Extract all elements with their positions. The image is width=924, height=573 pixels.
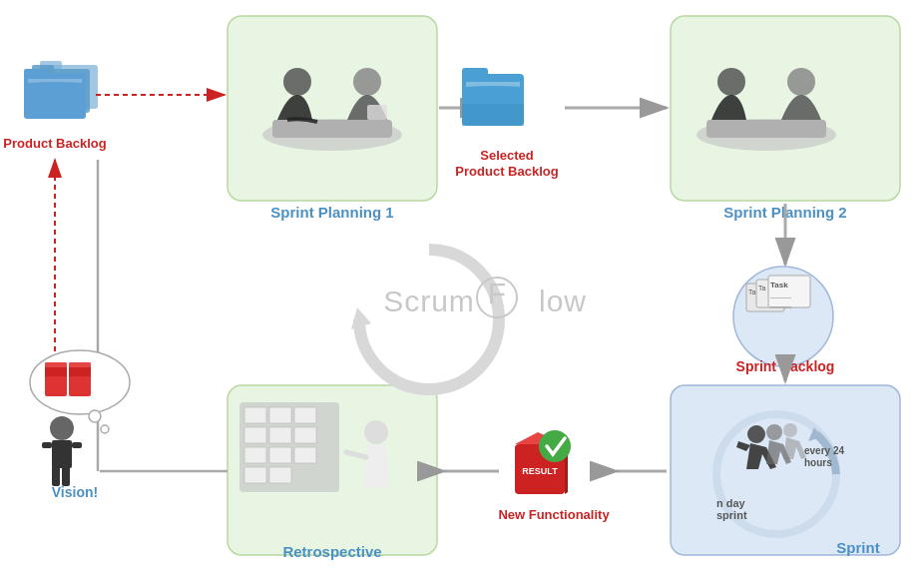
svg-rect-73: [72, 442, 82, 448]
svg-marker-74: [351, 307, 371, 329]
svg-rect-49: [244, 427, 266, 443]
svg-rect-17: [462, 104, 524, 126]
svg-text:———: ———: [770, 302, 791, 309]
product-backlog-icon: [24, 61, 98, 119]
retrospective-label: Retrospective: [282, 543, 381, 560]
svg-rect-56: [269, 467, 291, 483]
svg-point-34: [766, 424, 782, 440]
selected-backlog-label2: Product Backlog: [455, 164, 558, 179]
sprint-backlog-label: Sprint Backlog: [736, 358, 835, 374]
svg-rect-64: [45, 362, 67, 367]
svg-text:Task: Task: [770, 281, 788, 289]
scrumflow-text3: low: [539, 285, 587, 317]
vision-label: Vision!: [52, 484, 98, 500]
svg-rect-11: [272, 120, 392, 138]
scrumflow-text2: F: [488, 277, 506, 309]
svg-text:RESULT: RESULT: [522, 466, 558, 476]
svg-point-33: [747, 425, 765, 443]
svg-point-13: [353, 68, 381, 96]
sprint-planning-1-label: Sprint Planning 1: [270, 204, 393, 221]
new-functionality-icon: RESULT: [515, 430, 571, 494]
svg-rect-52: [244, 447, 266, 463]
svg-rect-53: [269, 447, 291, 463]
svg-rect-72: [42, 442, 52, 448]
svg-rect-69: [52, 440, 72, 468]
product-backlog-label: Product Backlog: [3, 136, 106, 151]
svg-rect-70: [52, 466, 60, 486]
selected-backlog-label1: Selected: [480, 148, 534, 163]
vision-person-icon: [42, 416, 82, 486]
sprint-planning-2-box: [671, 16, 900, 201]
svg-point-44: [539, 430, 571, 462]
svg-rect-19: [706, 120, 826, 138]
svg-point-20: [717, 68, 745, 96]
new-functionality-label: New Functionality: [498, 507, 610, 522]
diagram-container: Product Backlog Sprint Planning 1: [0, 0, 924, 573]
scrumflow-text: Scrum: [383, 285, 475, 317]
sprint-label: Sprint: [836, 539, 879, 556]
sprint-backlog-icon: Ta Ta Task ——— ———: [733, 267, 833, 366]
svg-point-57: [364, 420, 388, 444]
svg-rect-46: [244, 407, 266, 423]
svg-rect-65: [69, 362, 91, 367]
svg-text:———: ———: [770, 293, 791, 300]
svg-point-66: [89, 410, 101, 422]
svg-rect-55: [244, 467, 266, 483]
svg-rect-62: [45, 376, 67, 396]
svg-rect-47: [269, 407, 291, 423]
svg-point-67: [101, 425, 109, 433]
svg-rect-63: [69, 376, 91, 396]
svg-text:Ta: Ta: [748, 288, 756, 295]
scrumflow-icon: [351, 250, 499, 389]
svg-text:every 24: every 24: [804, 445, 844, 456]
svg-rect-16: [462, 68, 488, 80]
svg-rect-14: [367, 105, 387, 120]
selected-backlog-icon: [462, 68, 524, 126]
vision-icon: [30, 350, 130, 433]
svg-rect-54: [294, 447, 316, 463]
svg-text:sprint: sprint: [716, 509, 747, 521]
sprint-planning-1-box: [228, 16, 437, 201]
svg-point-21: [787, 68, 815, 96]
svg-point-12: [283, 68, 311, 96]
svg-text:hours: hours: [804, 457, 832, 468]
svg-rect-9: [24, 69, 48, 77]
svg-rect-71: [62, 466, 70, 486]
svg-text:Ta: Ta: [758, 285, 766, 291]
svg-point-68: [50, 416, 74, 440]
svg-rect-48: [294, 407, 316, 423]
svg-point-35: [783, 423, 797, 437]
svg-rect-51: [294, 427, 316, 443]
svg-rect-50: [269, 427, 291, 443]
svg-text:n day: n day: [716, 497, 746, 509]
